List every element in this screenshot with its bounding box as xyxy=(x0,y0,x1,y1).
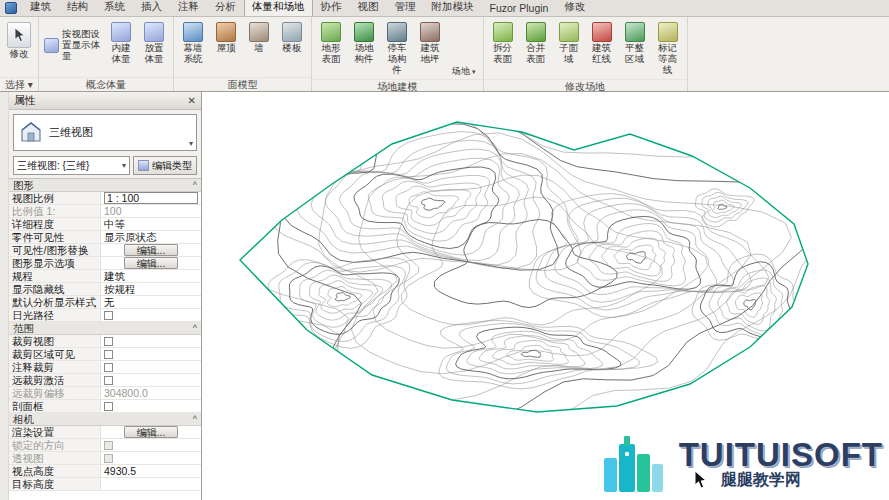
property-value[interactable]: 编辑... xyxy=(101,257,201,269)
collapse-chevron-icon[interactable]: ^ xyxy=(193,322,197,334)
property-line-icon xyxy=(592,22,612,42)
ribbon-tab[interactable]: 系统 xyxy=(96,0,133,16)
watermark-text: TUITUISOFT 腿腿教学网 xyxy=(679,438,883,493)
property-value[interactable] xyxy=(101,478,201,490)
building-pad-button[interactable]: 建筑地坪 xyxy=(414,19,446,71)
ribbon-tab[interactable]: 体量和场地 xyxy=(244,0,313,16)
ribbon-panel-label[interactable]: 面模型 xyxy=(174,77,311,91)
roof-button[interactable]: 屋顶 xyxy=(210,19,242,71)
inplace-mass-button[interactable]: 内建体量 xyxy=(105,19,137,71)
property-value[interactable]: 无 xyxy=(101,296,201,308)
parking-component-button[interactable]: 停车场构件 xyxy=(381,19,413,79)
toposurface-button[interactable]: 地形表面 xyxy=(315,19,347,71)
property-value[interactable] xyxy=(101,309,201,321)
checkbox[interactable] xyxy=(104,350,113,359)
property-value[interactable]: 编辑... xyxy=(101,244,201,256)
property-value[interactable]: 中等 xyxy=(101,218,201,230)
floor-button[interactable]: 楼板 xyxy=(276,19,308,71)
type-selector[interactable]: 三维视图 ▾ xyxy=(13,114,197,151)
checkbox[interactable] xyxy=(104,363,113,372)
wall-button[interactable]: 墙 xyxy=(243,19,275,71)
close-icon[interactable]: ✕ xyxy=(188,96,196,106)
show-mass-by-view-button[interactable]: 按视图设置显示体量 xyxy=(42,26,104,65)
property-label: 远裁剪偏移 xyxy=(9,387,101,399)
property-value[interactable] xyxy=(101,335,201,347)
label-contours-button[interactable]: 标记等高线 xyxy=(652,19,684,79)
property-value[interactable]: 4930.5 xyxy=(101,465,201,477)
site-dropdown-button[interactable]: 场地▾ xyxy=(448,64,480,78)
ribbon-panel-label[interactable]: 场地建模 xyxy=(312,79,483,92)
ribbon-tab[interactable]: 建筑 xyxy=(22,0,59,16)
property-value[interactable]: 按规程 xyxy=(101,283,201,295)
property-label: 可见性/图形替换 xyxy=(9,244,101,256)
property-line-button[interactable]: 建筑红线 xyxy=(586,19,618,71)
type-selector-label: 三维视图 xyxy=(49,125,93,140)
ribbon-tab[interactable]: 管理 xyxy=(387,0,424,16)
property-value[interactable] xyxy=(101,439,201,451)
merge-surfaces-button[interactable]: 合并表面 xyxy=(520,19,552,71)
property-value[interactable] xyxy=(101,348,201,360)
property-value[interactable] xyxy=(101,400,201,412)
modify-cursor-button[interactable]: 修改 xyxy=(3,19,35,71)
ribbon-panel-label[interactable]: 修改场地 xyxy=(484,79,687,92)
collapse-chevron-icon[interactable]: ^ xyxy=(193,179,197,191)
ribbon-tab[interactable]: 视图 xyxy=(350,0,387,16)
split-surface-button[interactable]: 拆分表面 xyxy=(487,19,519,71)
ribbon-tab[interactable]: 修改 xyxy=(556,0,593,16)
application-menu-icon[interactable] xyxy=(5,2,17,14)
property-row: 注释裁剪 xyxy=(9,361,201,374)
site-component-button[interactable]: 场地构件 xyxy=(348,19,380,71)
property-value[interactable]: 100 xyxy=(101,205,201,217)
split-surface-icon xyxy=(493,22,513,42)
checkbox[interactable] xyxy=(104,337,113,346)
ribbon-tab[interactable]: 注释 xyxy=(170,0,207,16)
property-row: 规程建筑 xyxy=(9,270,201,283)
view-selector[interactable]: 三维视图: {三维} ▾ xyxy=(13,156,130,175)
property-row: 视点高度4930.5 xyxy=(9,465,201,478)
property-value[interactable]: 编辑... xyxy=(101,426,201,438)
view-selector-label: 三维视图: {三维} xyxy=(17,159,89,173)
ribbon-tab[interactable]: 附加模块 xyxy=(424,0,482,16)
toposurface-boundary[interactable] xyxy=(240,122,808,412)
ribbon-panel-label[interactable]: 选择 ▾ xyxy=(0,77,38,91)
ribbon-tab[interactable]: 插入 xyxy=(133,0,170,16)
drawing-canvas[interactable]: TUITUISOFT 腿腿教学网 xyxy=(202,92,889,500)
checkbox[interactable] xyxy=(104,311,113,320)
watermark: TUITUISOFT 腿腿教学网 xyxy=(600,432,883,498)
subregion-button[interactable]: 子面域 xyxy=(553,19,585,71)
property-group-header[interactable]: 图形^ xyxy=(9,179,201,192)
property-value[interactable]: 304800.0 xyxy=(101,387,201,399)
property-row: 透视图 xyxy=(9,452,201,465)
ribbon-tab-bar: 建筑结构系统插入注释分析体量和场地协作视图管理附加模块Fuzor Plugin修… xyxy=(0,0,889,17)
ribbon-panel: 修改选择 ▾ xyxy=(0,17,39,91)
edit-button[interactable]: 编辑... xyxy=(124,257,178,269)
edit-button[interactable]: 编辑... xyxy=(124,244,178,256)
value-combobox[interactable]: 1 : 100 xyxy=(104,192,198,204)
property-group-header[interactable]: 相机^ xyxy=(9,413,201,426)
checkbox[interactable] xyxy=(104,376,113,385)
curtain-system-button[interactable]: 幕墙系统 xyxy=(177,19,209,71)
property-value[interactable]: 建筑 xyxy=(101,270,201,282)
ribbon-tab[interactable]: 协作 xyxy=(313,0,350,16)
revit-window: 建筑结构系统插入注释分析体量和场地协作视图管理附加模块Fuzor Plugin修… xyxy=(0,0,889,500)
graded-region-button[interactable]: 平整区域 xyxy=(619,19,651,71)
ribbon-panel-label[interactable]: 概念体量 xyxy=(39,77,173,91)
checkbox[interactable] xyxy=(104,402,113,411)
property-value[interactable]: 显示原状态 xyxy=(101,231,201,243)
collapse-chevron-icon[interactable]: ^ xyxy=(193,413,197,425)
place-mass-button[interactable]: 放置体量 xyxy=(138,19,170,71)
checkbox[interactable] xyxy=(104,441,113,450)
edit-type-button[interactable]: 编辑类型 xyxy=(133,156,197,175)
property-group-header[interactable]: 范围^ xyxy=(9,322,201,335)
ribbon-tab[interactable]: 结构 xyxy=(59,0,96,16)
checkbox[interactable] xyxy=(104,454,113,463)
property-label: 剖面框 xyxy=(9,400,101,412)
property-value[interactable] xyxy=(101,374,201,386)
edit-button[interactable]: 编辑... xyxy=(124,426,178,438)
ribbon-tab[interactable]: 分析 xyxy=(207,0,244,16)
property-value[interactable] xyxy=(101,361,201,373)
property-value[interactable]: 1 : 100 xyxy=(101,192,201,204)
property-label: 裁剪区域可见 xyxy=(9,348,101,360)
property-value[interactable] xyxy=(101,452,201,464)
ribbon-tab[interactable]: Fuzor Plugin xyxy=(482,0,557,16)
